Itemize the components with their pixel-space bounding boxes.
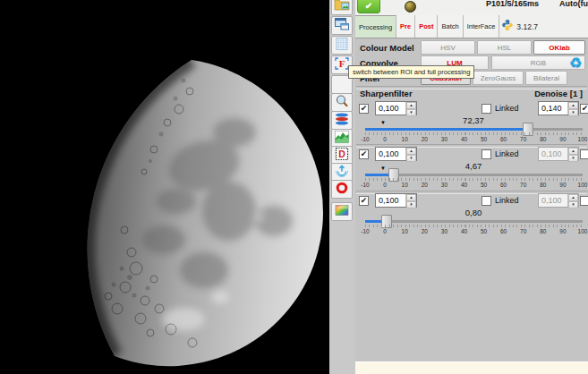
- tick-label: 30: [441, 136, 447, 142]
- tick-label: 100: [578, 228, 588, 234]
- denoise-value: 0,140: [539, 102, 567, 115]
- upload-dish-icon: [334, 164, 350, 182]
- slider-track[interactable]: [365, 220, 583, 223]
- spinner-arrows[interactable]: ▲▼: [567, 194, 578, 207]
- denoise-enable-checkbox[interactable]: [580, 104, 588, 114]
- tab-bar: Processing Pre Post Batch InterFace 3.12…: [355, 15, 588, 38]
- colour-map-button[interactable]: [331, 202, 353, 221]
- denoise-header: Denoise [1 ]: [534, 89, 583, 98]
- histogram-button[interactable]: [331, 129, 353, 148]
- tick-label: 80: [540, 228, 546, 234]
- save-button[interactable]: [331, 16, 353, 35]
- tab-pre[interactable]: Pre: [396, 15, 415, 38]
- slider-fill: [365, 128, 528, 131]
- denoise-enable-checkbox[interactable]: [580, 196, 588, 206]
- exposure-readout: P101/5/165ms: [486, 0, 539, 8]
- tick-label: 60: [500, 136, 507, 142]
- svg-text:F: F: [339, 58, 345, 69]
- processing-panel: ✔ P101/5/165ms Auto(full) Processing Pre…: [355, 0, 588, 374]
- denoise-spinbox[interactable]: 0,140 ▲▼: [538, 101, 579, 115]
- tick-label: 10: [402, 228, 408, 234]
- linked-label: Linked: [495, 196, 519, 205]
- colour-model-hsl-button[interactable]: HSL: [477, 40, 532, 55]
- linked-checkbox[interactable]: [481, 196, 491, 206]
- open-image-button[interactable]: [331, 0, 353, 15]
- tick-label: 30: [441, 182, 447, 188]
- spinner-arrows[interactable]: ▲▼: [405, 194, 416, 207]
- colour-model-hsv-button[interactable]: HSV: [421, 40, 475, 55]
- linked-checkbox[interactable]: [481, 104, 491, 114]
- tick-label: 90: [559, 182, 566, 188]
- mask-button[interactable]: [331, 180, 353, 199]
- spinner-arrows[interactable]: ▲▼: [405, 102, 416, 115]
- spinner-arrows[interactable]: ▲▼: [567, 148, 578, 160]
- spin-up-icon[interactable]: ▲: [406, 194, 416, 201]
- status-led: [405, 1, 416, 13]
- bottom-strip: [355, 361, 588, 374]
- sharpen-group-1: 0,100 ▲▼ Linked 0,140 ▲▼ 72,37 ▼ -100102…: [355, 100, 588, 146]
- tick-label: 0: [383, 136, 387, 142]
- folder-image-icon: [334, 0, 350, 15]
- tooltip: switch between ROI and full processing: [348, 65, 474, 79]
- tick-label: 50: [481, 228, 487, 234]
- tick-label: 70: [520, 136, 526, 142]
- amount-spinbox[interactable]: 0,100 ▲▼: [375, 101, 417, 115]
- app-window: F D: [0, 0, 588, 374]
- enable-checkbox[interactable]: [359, 104, 369, 114]
- python-logo-icon: [501, 19, 514, 35]
- magnifier-icon: [334, 94, 350, 112]
- colour-model-oklab-button[interactable]: OKlab: [533, 40, 585, 55]
- linked-label: Linked: [495, 149, 519, 158]
- spinner-arrows[interactable]: ▲▼: [405, 148, 416, 160]
- apply-check-button[interactable]: ✔: [357, 0, 380, 13]
- amount-value: 0,100: [376, 194, 405, 207]
- layers-button[interactable]: [331, 111, 353, 130]
- zoom-button[interactable]: [331, 93, 353, 112]
- recycle-icon[interactable]: ♻: [569, 55, 582, 72]
- tick-label: 40: [461, 136, 467, 142]
- slider-tick-labels: -100102030405060708090100: [365, 182, 583, 190]
- tick-label: 20: [422, 182, 428, 188]
- filter-zerogauss-button[interactable]: ZeroGauss: [473, 71, 524, 85]
- tick-label: 30: [441, 228, 447, 234]
- linked-label: Linked: [495, 104, 519, 113]
- grid-view-button[interactable]: [331, 36, 353, 55]
- denoise-spinbox[interactable]: 0,100 ▲▼: [538, 147, 579, 161]
- rainbow-icon: [334, 203, 350, 221]
- tab-post[interactable]: Post: [415, 15, 438, 38]
- slider-track[interactable]: [365, 128, 583, 131]
- enable-checkbox[interactable]: [359, 196, 369, 206]
- upload-button[interactable]: [331, 163, 353, 182]
- tick-label: 10: [402, 182, 408, 188]
- tick-label: 70: [520, 228, 526, 234]
- filter-bilateral-button[interactable]: Bilateral: [525, 71, 567, 85]
- spin-up-icon[interactable]: ▲: [568, 148, 578, 155]
- tick-label: 40: [461, 228, 467, 234]
- spin-up-icon[interactable]: ▲: [568, 102, 578, 109]
- tick-label: -10: [361, 182, 369, 188]
- denoise-enable-checkbox[interactable]: [580, 149, 588, 159]
- tab-processing[interactable]: Processing: [355, 15, 396, 38]
- amount-value: 0,100: [376, 102, 405, 115]
- demosaic-button[interactable]: D: [331, 146, 353, 165]
- sharpenfilter-header: Sharpenfilter: [360, 89, 413, 98]
- spin-up-icon[interactable]: ▲: [568, 194, 578, 201]
- amount-spinbox[interactable]: 0,100 ▲▼: [375, 193, 417, 208]
- histogram-icon: [334, 130, 350, 148]
- o-ring-icon: [334, 181, 350, 199]
- tick-label: 50: [481, 136, 487, 142]
- left-toolbar: F D: [329, 0, 357, 374]
- enable-checkbox[interactable]: [359, 149, 369, 159]
- spin-up-icon[interactable]: ▲: [406, 102, 416, 109]
- python-version-label: 3.12.7: [516, 22, 538, 31]
- tick-label: 90: [559, 228, 566, 234]
- auto-mode-readout: Auto(full): [559, 0, 588, 8]
- amount-spinbox[interactable]: 0,100 ▲▼: [375, 147, 417, 161]
- linked-checkbox[interactable]: [481, 149, 491, 159]
- denoise-spinbox[interactable]: 0,100 ▲▼: [538, 193, 579, 208]
- spinner-arrows[interactable]: ▲▼: [567, 102, 578, 115]
- tab-batch[interactable]: Batch: [438, 15, 463, 38]
- tab-interface[interactable]: InterFace: [464, 15, 500, 38]
- spin-up-icon[interactable]: ▲: [406, 148, 416, 155]
- svg-text:D: D: [338, 149, 345, 159]
